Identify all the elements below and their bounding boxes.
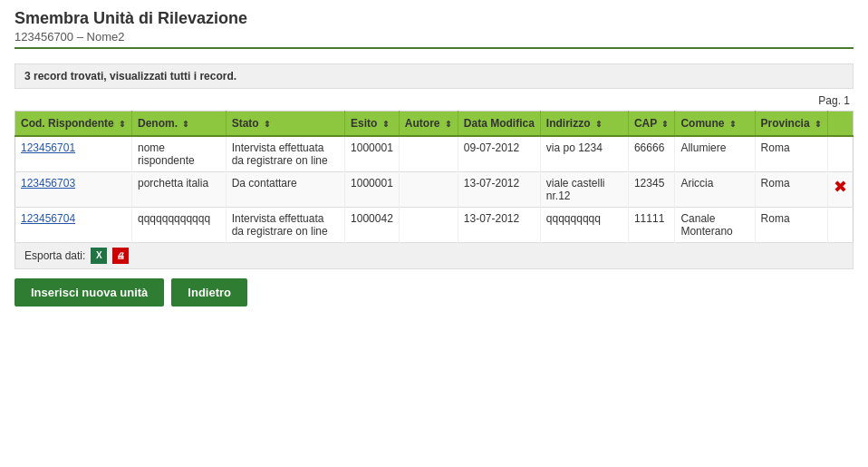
cell-stato: Intervista effettuata da registrare on l… <box>226 208 344 243</box>
col-header-indirizzo[interactable]: Indirizzo ⇕ <box>540 112 628 137</box>
cell-esito: 1000001 <box>345 172 400 208</box>
cell-stato: Da contattare <box>226 172 344 208</box>
sort-icon-cap: ⇕ <box>661 120 669 129</box>
table-row: 123456701nome rispondenteIntervista effe… <box>15 136 854 172</box>
col-header-stato[interactable]: Stato ⇕ <box>226 112 344 137</box>
button-bar: Inserisci nuova unità Indietro <box>14 278 854 306</box>
cell-indirizzo: qqqqqqqqq <box>540 208 628 243</box>
cell-actions <box>827 136 853 172</box>
col-header-denom[interactable]: Denom. ⇕ <box>132 112 227 137</box>
cell-cap: 66666 <box>628 136 674 172</box>
cell-data: 13-07-2012 <box>458 172 540 208</box>
cell-esito: 1000042 <box>345 208 400 243</box>
cell-cod-link[interactable]: 123456704 <box>21 212 75 225</box>
export-pdf-button[interactable]: 🖨 <box>112 248 129 264</box>
cell-cod[interactable]: 123456704 <box>15 208 132 243</box>
table-row: 123456703porchetta italiaDa contattare10… <box>15 172 854 208</box>
cell-denom: nome rispondente <box>132 136 227 172</box>
sort-icon-denom: ⇕ <box>182 120 189 129</box>
page-subtitle: 123456700 – Nome2 <box>14 30 854 49</box>
col-header-autore[interactable]: Autore ⇕ <box>399 112 458 137</box>
cell-autore <box>399 136 458 172</box>
cell-provincia: Roma <box>755 136 827 172</box>
record-info-bar: 3 record trovati, visualizzati tutti i r… <box>14 63 854 89</box>
col-header-esito[interactable]: Esito ⇕ <box>345 112 400 137</box>
cell-cap: 12345 <box>628 172 674 208</box>
sort-icon-comune: ⇕ <box>729 120 737 129</box>
pagination-info: Pag. 1 <box>14 92 854 111</box>
export-bar: Esporta dati: X 🖨 <box>14 243 854 269</box>
cell-indirizzo: viale castelli nr.12 <box>540 172 628 208</box>
col-header-data: Data Modifica <box>458 112 540 137</box>
sort-icon-cod: ⇕ <box>119 120 126 129</box>
export-label: Esporta dati: <box>24 249 85 262</box>
table-row: 123456704qqqqqqqqqqqqIntervista effettua… <box>15 208 854 243</box>
cell-actions <box>827 208 853 243</box>
col-header-cap[interactable]: CAP ⇕ <box>628 112 674 137</box>
cell-provincia: Roma <box>755 208 827 243</box>
col-header-actions <box>827 112 853 137</box>
sort-icon-provincia: ⇕ <box>815 120 822 129</box>
cell-cod[interactable]: 123456703 <box>15 172 132 208</box>
cell-cod[interactable]: 123456701 <box>15 136 132 172</box>
cell-denom: porchetta italia <box>132 172 227 208</box>
cell-cap: 11111 <box>628 208 674 243</box>
cell-data: 09-07-2012 <box>458 136 540 172</box>
cell-comune: Allumiere <box>675 136 755 172</box>
col-header-provincia[interactable]: Provincia ⇕ <box>755 112 827 137</box>
sort-icon-autore: ⇕ <box>445 120 452 129</box>
cell-comune: Canale Monterano <box>675 208 755 243</box>
cell-provincia: Roma <box>755 172 827 208</box>
cell-denom: qqqqqqqqqqqq <box>132 208 227 243</box>
cell-stato: Intervista effettuata da registrare on l… <box>226 136 344 172</box>
cell-autore <box>399 172 458 208</box>
cell-data: 13-07-2012 <box>458 208 540 243</box>
cell-actions[interactable]: ✖ <box>827 172 853 208</box>
sort-icon-indirizzo: ⇕ <box>595 120 603 129</box>
col-header-comune[interactable]: Comune ⇕ <box>675 112 755 137</box>
back-button[interactable]: Indietro <box>171 278 247 306</box>
export-excel-button[interactable]: X <box>91 248 107 264</box>
main-table: Cod. Rispondente ⇕ Denom. ⇕ Stato ⇕ Esit… <box>14 111 854 243</box>
sort-icon-stato: ⇕ <box>264 120 271 129</box>
col-header-cod[interactable]: Cod. Rispondente ⇕ <box>15 112 132 137</box>
cell-cod-link[interactable]: 123456701 <box>21 141 75 154</box>
sort-icon-esito: ⇕ <box>382 120 390 129</box>
insert-button[interactable]: Inserisci nuova unità <box>14 278 164 306</box>
cell-esito: 1000001 <box>345 136 400 172</box>
cell-indirizzo: via po 1234 <box>540 136 628 172</box>
cell-autore <box>399 208 458 243</box>
cell-comune: Ariccia <box>675 172 755 208</box>
delete-icon[interactable]: ✖ <box>834 177 847 197</box>
page-title: Smembra Unità di Rilevazione <box>14 9 854 28</box>
cell-cod-link[interactable]: 123456703 <box>21 177 75 190</box>
